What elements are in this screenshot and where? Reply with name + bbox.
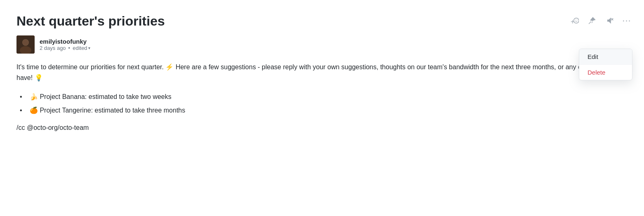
avatar-image <box>16 35 35 54</box>
svg-line-8 <box>589 22 591 24</box>
add-emoji-button[interactable]: + <box>569 15 581 26</box>
context-menu-delete[interactable]: Delete <box>579 65 632 80</box>
avatar <box>16 35 35 54</box>
mute-button[interactable] <box>604 15 615 26</box>
edited-badge[interactable]: edited ▾ <box>73 45 90 51</box>
more-options-button[interactable]: ··· <box>621 15 632 26</box>
chevron-down-icon: ▾ <box>88 46 90 50</box>
edited-label: edited <box>73 45 87 51</box>
cc-text: /cc @octo-org/octo-team <box>16 124 89 131</box>
list-item: 🍌 Project Banana: estimated to take two … <box>26 92 628 102</box>
context-menu: Edit Delete <box>579 49 632 80</box>
pin-button[interactable] <box>586 15 598 26</box>
author-info: emilyistoofunky 2 days ago • edited ▾ <box>40 38 90 51</box>
toolbar: + ··· <box>569 15 632 26</box>
author-meta: 2 days ago • edited ▾ <box>40 45 90 51</box>
list-item: 🍊 Project Tangerine: estimated to take t… <box>26 105 628 116</box>
content-body: It's time to determine our priorities fo… <box>16 62 628 83</box>
page-title: Next quarter's priorities <box>16 13 628 29</box>
context-menu-edit[interactable]: Edit <box>579 49 632 65</box>
content-paragraph: It's time to determine our priorities fo… <box>16 62 628 83</box>
svg-point-6 <box>575 20 576 21</box>
time-ago: 2 days ago <box>40 45 66 51</box>
cc-line: /cc @octo-org/octo-team <box>16 124 628 131</box>
svg-point-3 <box>23 40 28 45</box>
author-name: emilyistoofunky <box>40 38 90 45</box>
author-row: emilyistoofunky 2 days ago • edited ▾ <box>16 35 628 54</box>
svg-point-7 <box>577 20 578 21</box>
bullet-list: 🍌 Project Banana: estimated to take two … <box>16 92 628 116</box>
dot-separator: • <box>68 45 71 51</box>
